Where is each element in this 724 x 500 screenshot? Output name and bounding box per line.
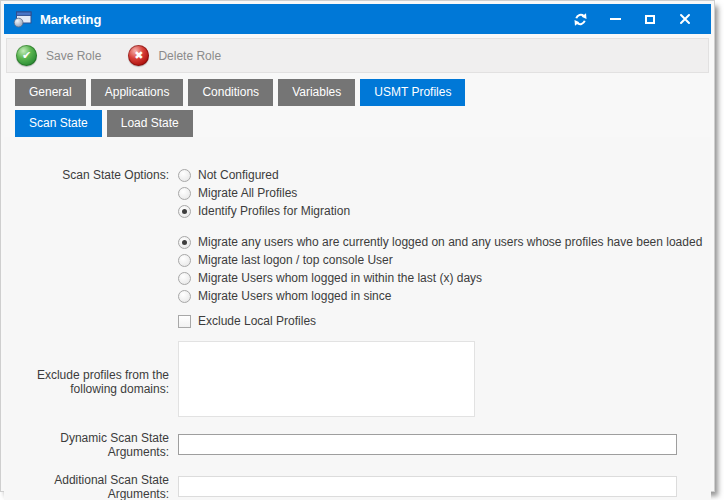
radio-label: Not Configured bbox=[198, 168, 279, 182]
refresh-icon[interactable] bbox=[569, 8, 591, 30]
tab-general[interactable]: General bbox=[15, 79, 86, 106]
maximize-icon[interactable] bbox=[639, 8, 661, 30]
dialog-window: Marketing ✔ Save Role bbox=[0, 0, 715, 492]
profile-options-group: Not Configured Migrate All Profiles Iden… bbox=[178, 166, 711, 220]
radio-label: Migrate any users who are currently logg… bbox=[198, 235, 702, 249]
radio-label: Migrate All Profiles bbox=[198, 186, 297, 200]
radio-icon[interactable] bbox=[178, 290, 191, 303]
radio-migrate-since[interactable]: Migrate Users whom logged in since bbox=[178, 287, 711, 305]
scan-state-options-label: Scan State Options: bbox=[4, 166, 169, 182]
radio-migrate-all-profiles[interactable]: Migrate All Profiles bbox=[178, 184, 711, 202]
dynamic-args-input[interactable] bbox=[178, 434, 677, 455]
tab-applications[interactable]: Applications bbox=[91, 79, 184, 106]
delete-role-label: Delete Role bbox=[158, 49, 221, 63]
tab-usmt-profiles[interactable]: USMT Profiles bbox=[360, 79, 465, 106]
tab-conditions[interactable]: Conditions bbox=[188, 79, 273, 106]
title-bar: Marketing bbox=[4, 4, 711, 34]
radio-identify-profiles[interactable]: Identify Profiles for Migration bbox=[178, 202, 711, 220]
additional-args-label: Additional Scan State Arguments: bbox=[4, 471, 169, 500]
migration-options-row: Migrate any users who are currently logg… bbox=[4, 233, 711, 305]
close-icon[interactable] bbox=[674, 8, 696, 30]
radio-icon[interactable] bbox=[178, 254, 191, 267]
exclude-domains-label: Exclude profiles from the following doma… bbox=[4, 366, 169, 396]
tab-variables[interactable]: Variables bbox=[278, 79, 355, 106]
radio-icon[interactable] bbox=[178, 169, 191, 182]
migration-options-group: Migrate any users who are currently logg… bbox=[178, 233, 711, 305]
minimize-icon[interactable] bbox=[604, 8, 626, 30]
red-x-icon: ✖ bbox=[128, 45, 149, 66]
save-role-label: Save Role bbox=[46, 49, 101, 63]
additional-args-input[interactable] bbox=[178, 476, 677, 497]
scan-state-form: Scan State Options: Not Configured Migra… bbox=[4, 166, 711, 500]
scan-state-panel: Scan State Options: Not Configured Migra… bbox=[4, 137, 711, 500]
radio-label: Migrate last logon / top console User bbox=[198, 253, 393, 267]
checkbox-label: Exclude Local Profiles bbox=[198, 314, 316, 328]
dynamic-args-row: Dynamic Scan State Arguments: bbox=[4, 429, 711, 459]
sub-tab-bar: Scan State Load State bbox=[15, 110, 711, 137]
save-role-button[interactable]: ✔ Save Role bbox=[16, 45, 101, 66]
radio-migrate-logged-on-users[interactable]: Migrate any users who are currently logg… bbox=[178, 233, 711, 251]
tab-scan-state[interactable]: Scan State bbox=[15, 110, 102, 137]
exclude-domains-textarea[interactable] bbox=[178, 341, 475, 417]
exclude-domains-row: Exclude profiles from the following doma… bbox=[4, 341, 711, 420]
main-tab-bar: General Applications Conditions Variable… bbox=[15, 79, 711, 106]
dynamic-args-label: Dynamic Scan State Arguments: bbox=[4, 429, 169, 459]
radio-icon[interactable] bbox=[178, 205, 191, 218]
toolbar: ✔ Save Role ✖ Delete Role bbox=[6, 38, 709, 73]
radio-icon[interactable] bbox=[178, 272, 191, 285]
tab-load-state[interactable]: Load State bbox=[107, 110, 193, 137]
radio-icon[interactable] bbox=[178, 236, 191, 249]
radio-not-configured[interactable]: Not Configured bbox=[178, 166, 711, 184]
delete-role-button[interactable]: ✖ Delete Role bbox=[128, 45, 221, 66]
radio-migrate-last-logon[interactable]: Migrate last logon / top console User bbox=[178, 251, 711, 269]
radio-icon[interactable] bbox=[178, 187, 191, 200]
radio-label: Migrate Users whom logged in within the … bbox=[198, 271, 482, 285]
app-window-icon bbox=[13, 11, 32, 28]
green-check-icon: ✔ bbox=[16, 45, 37, 66]
additional-args-row: Additional Scan State Arguments: bbox=[4, 471, 711, 500]
checkbox-icon[interactable] bbox=[178, 315, 191, 328]
radio-migrate-last-x-days[interactable]: Migrate Users whom logged in within the … bbox=[178, 269, 711, 287]
exclude-local-profiles-row: Exclude Local Profiles bbox=[4, 312, 711, 330]
radio-label: Migrate Users whom logged in since bbox=[198, 289, 391, 303]
radio-label: Identify Profiles for Migration bbox=[198, 204, 350, 218]
scan-state-options-row: Scan State Options: Not Configured Migra… bbox=[4, 166, 711, 220]
window-title: Marketing bbox=[40, 12, 101, 27]
window-controls bbox=[569, 8, 702, 30]
exclude-local-profiles-option[interactable]: Exclude Local Profiles bbox=[178, 312, 711, 330]
